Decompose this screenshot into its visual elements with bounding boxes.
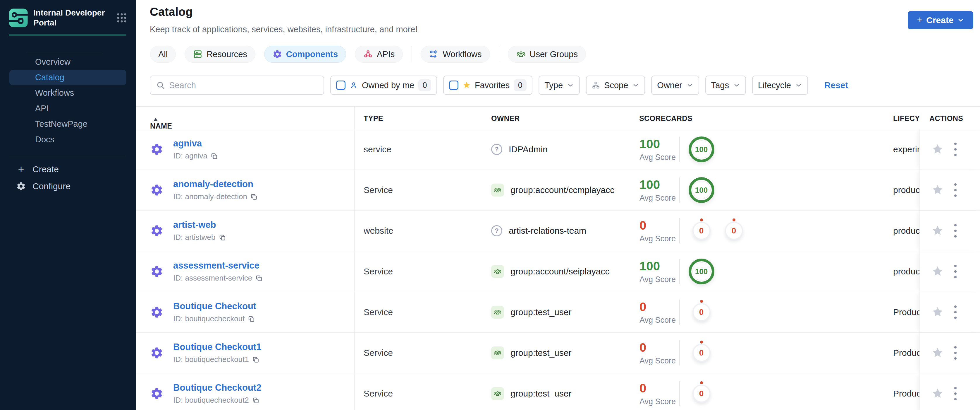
kebab-menu-icon[interactable] — [954, 224, 957, 238]
sidebar-configure-button[interactable]: Configure — [0, 178, 136, 194]
scorecard-score-circle[interactable]: 0 — [725, 222, 743, 240]
entity-type: Service — [364, 170, 393, 210]
sidebar-item-catalog[interactable]: Catalog — [10, 70, 126, 85]
copy-icon[interactable] — [210, 152, 218, 160]
sidebar-item-api[interactable]: API — [10, 101, 126, 116]
favorite-star-icon[interactable] — [931, 347, 944, 359]
scorecard-score-circle[interactable]: 100 — [689, 136, 714, 162]
tab-workflows[interactable]: Workflows — [421, 46, 490, 63]
entity-owner: ? IDPAdmin — [491, 129, 547, 169]
entity-name-link[interactable]: Boutique Checkout2 — [173, 383, 261, 393]
avg-score-value: 0 — [640, 341, 676, 355]
group-icon — [491, 387, 504, 400]
entity-type: Service — [364, 251, 393, 292]
entity-owner: group:account/ccmplayacc — [491, 170, 614, 210]
tab-all[interactable]: All — [150, 46, 176, 63]
scorecard-score-circle[interactable]: 100 — [689, 258, 714, 284]
table-row[interactable]: Boutique Checkout2 ID: boutiquecheckout2… — [136, 373, 980, 410]
entity-name-link[interactable]: anomaly-detection — [173, 179, 258, 190]
kebab-menu-icon[interactable] — [954, 143, 957, 156]
scorecard-score-circle[interactable]: 0 — [692, 303, 711, 321]
filter-dropdown-type[interactable]: Type — [539, 75, 580, 95]
entity-lifecycle: experimental — [893, 129, 920, 169]
favorites-count: 0 — [514, 79, 527, 91]
tab-label: APIs — [377, 49, 395, 59]
entity-owner: group:test_user — [491, 333, 571, 373]
table-row[interactable]: Boutique Checkout1 ID: boutiquecheckout1… — [136, 333, 980, 373]
reset-filters-link[interactable]: Reset — [824, 80, 848, 90]
favorite-star-icon[interactable] — [931, 306, 944, 318]
filter-dropdown-tags[interactable]: Tags — [705, 75, 746, 95]
copy-icon[interactable] — [252, 397, 259, 404]
copy-icon[interactable] — [248, 315, 255, 323]
scorecard-score-circle[interactable]: 0 — [692, 344, 711, 362]
entity-name-link[interactable]: Boutique Checkout1 — [173, 342, 261, 352]
sidebar-item-workflows[interactable]: Workflows — [10, 86, 126, 101]
kebab-menu-icon[interactable] — [954, 387, 957, 400]
catalog-table: NAME TYPE OWNER SCORECARDS LIFECYCLE ACT… — [136, 106, 980, 410]
sidebar-accent-rule — [9, 35, 126, 35]
scorecard-circle-slot: 0 — [685, 222, 718, 240]
favorite-star-icon[interactable] — [931, 143, 944, 155]
tab-resources[interactable]: Resources — [185, 46, 255, 63]
tab-components[interactable]: Components — [264, 46, 346, 63]
avg-score-label: Avg Score — [640, 397, 676, 406]
row-actions — [920, 333, 980, 373]
scorecard-divider — [679, 177, 680, 203]
create-button[interactable]: + Create — [908, 11, 973, 29]
entity-type: service — [364, 129, 391, 169]
entity-name-link[interactable]: agniva — [173, 138, 218, 149]
apps-grid-icon[interactable] — [116, 13, 127, 23]
tab-apis[interactable]: APIs — [355, 46, 403, 63]
search-input-wrap[interactable] — [150, 75, 324, 95]
filter-dropdown-lifecycle[interactable]: Lifecycle — [752, 75, 808, 95]
favorite-star-icon[interactable] — [931, 388, 944, 400]
filter-dropdown-scope[interactable]: Scope — [586, 75, 645, 95]
sidebar-create-button[interactable]: + Create — [0, 161, 136, 177]
kebab-menu-icon[interactable] — [954, 305, 957, 319]
column-header-name[interactable]: NAME — [150, 114, 158, 123]
sidebar-item-testnewpage[interactable]: TestNewPage — [10, 116, 126, 131]
owned-by-me-checkbox[interactable] — [336, 81, 345, 90]
table-row[interactable]: Boutique Checkout ID: boutiquecheckout S… — [136, 292, 980, 333]
favorite-star-icon[interactable] — [931, 265, 944, 278]
copy-icon[interactable] — [218, 234, 226, 241]
filter-favorites[interactable]: Favorites 0 — [443, 75, 532, 95]
sidebar-footer-divider — [10, 156, 126, 156]
copy-icon[interactable] — [252, 356, 259, 364]
search-input[interactable] — [169, 81, 318, 90]
filter-dropdown-owner[interactable]: Owner — [651, 75, 699, 95]
filter-owned-by-me[interactable]: Owned by me 0 — [330, 75, 437, 95]
component-gear-icon — [150, 183, 164, 197]
kebab-menu-icon[interactable] — [954, 346, 957, 360]
kebab-menu-icon[interactable] — [954, 265, 957, 278]
favorites-checkbox[interactable] — [449, 81, 458, 90]
entity-name-link[interactable]: Boutique Checkout — [173, 301, 256, 312]
entity-name-link[interactable]: assessment-service — [173, 260, 263, 271]
scorecard-score-circle[interactable]: 0 — [692, 222, 711, 240]
table-row[interactable]: artist-web ID: artistweb website ? artis… — [136, 211, 980, 251]
table-header: NAME TYPE OWNER SCORECARDS LIFECYCLE ACT… — [136, 107, 980, 129]
favorite-star-icon[interactable] — [931, 184, 944, 196]
sidebar-item-docs[interactable]: Docs — [10, 132, 126, 147]
tab-user-groups[interactable]: User Groups — [508, 46, 586, 63]
avg-score-label: Avg Score — [640, 193, 676, 203]
scorecard-score-circle[interactable]: 100 — [689, 177, 714, 203]
component-gear-icon — [150, 305, 164, 319]
sidebar-item-overview[interactable]: Overview — [10, 54, 126, 69]
favorite-star-icon[interactable] — [931, 225, 944, 237]
table-row[interactable]: agniva ID: agniva service ? IDPAdmin 100… — [136, 129, 980, 170]
page-subtitle: Keep track of applications, services, we… — [150, 25, 418, 34]
table-row[interactable]: assessment-service ID: assessment-servic… — [136, 251, 980, 292]
tab-group-divider — [412, 46, 412, 62]
help-circle-icon: ? — [491, 144, 502, 155]
copy-icon[interactable] — [250, 193, 258, 201]
entity-id: ID: artistweb — [173, 233, 216, 242]
copy-icon[interactable] — [255, 274, 263, 282]
avg-score-value: 100 — [640, 178, 676, 192]
entity-name-link[interactable]: artist-web — [173, 220, 226, 230]
table-row[interactable]: anomaly-detection ID: anomaly-detection … — [136, 170, 980, 211]
entity-id: ID: agniva — [173, 152, 207, 161]
scorecard-score-circle[interactable]: 0 — [692, 384, 711, 403]
kebab-menu-icon[interactable] — [954, 183, 957, 197]
